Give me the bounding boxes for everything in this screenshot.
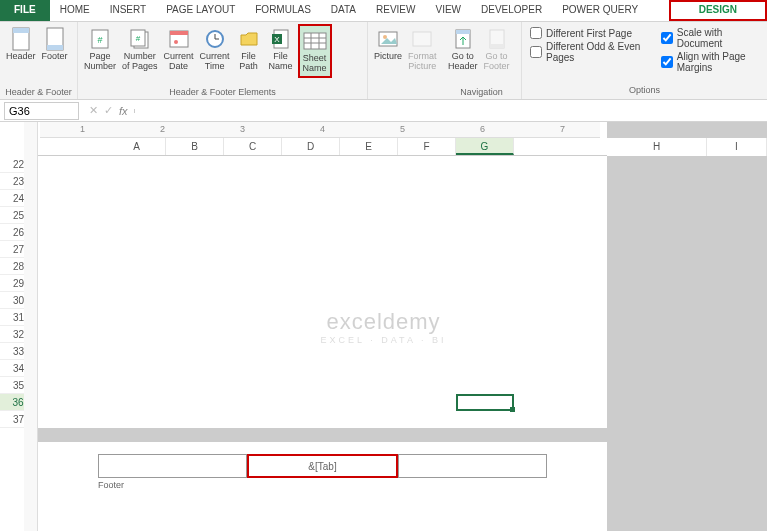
svg-rect-10 [170, 31, 188, 35]
footer-label: Footer [98, 480, 547, 490]
svg-rect-3 [47, 45, 63, 50]
formula-bar-row: ✕ ✓ fx [0, 100, 767, 122]
svg-rect-29 [490, 44, 504, 48]
vertical-ruler [24, 122, 38, 531]
goto-footer-icon [484, 26, 510, 52]
svg-rect-27 [456, 30, 470, 34]
cell-grid[interactable] [38, 156, 767, 428]
worksheet-area: 1 2 3 4 5 6 7 A B C D E F G H I 22 23 24… [0, 122, 767, 531]
col-a[interactable]: A [108, 138, 166, 155]
footer-right[interactable] [398, 454, 547, 478]
col-d[interactable]: D [282, 138, 340, 155]
folder-icon [236, 26, 262, 52]
col-b[interactable]: B [166, 138, 224, 155]
footer-left[interactable] [98, 454, 247, 478]
svg-point-11 [174, 40, 178, 44]
footer-section[interactable]: &[Tab] [98, 454, 547, 478]
tab-view[interactable]: VIEW [425, 0, 471, 21]
name-box[interactable] [4, 102, 79, 120]
scale-doc-checkbox[interactable]: Scale with Document [661, 26, 759, 50]
file-name-button[interactable]: XFile Name [266, 24, 296, 74]
picture-icon [375, 26, 401, 52]
group-header-footer: Header & Footer [4, 85, 73, 97]
diff-odd-even-checkbox[interactable]: Different Odd & Even Pages [530, 40, 643, 64]
ribbon-tabs: FILE HOME INSERT PAGE LAYOUT FORMULAS DA… [0, 0, 767, 22]
tab-power-query[interactable]: POWER QUERY [552, 0, 648, 21]
horizontal-ruler: 1 2 3 4 5 6 7 [40, 122, 600, 138]
footer-center[interactable]: &[Tab] [247, 454, 398, 478]
excel-file-icon: X [268, 26, 294, 52]
header-button[interactable]: Header [4, 24, 38, 64]
current-time-button[interactable]: Current Time [198, 24, 232, 74]
col-g[interactable]: G [456, 138, 514, 155]
align-margins-checkbox[interactable]: Align with Page Margins [661, 50, 759, 74]
tab-formulas[interactable]: FORMULAS [245, 0, 321, 21]
format-picture-button: Format Picture [406, 24, 439, 74]
tab-home[interactable]: HOME [50, 0, 100, 21]
tab-file[interactable]: FILE [0, 0, 50, 21]
calendar-icon [166, 26, 192, 52]
file-path-button[interactable]: File Path [234, 24, 264, 74]
fx-icon[interactable]: fx [119, 105, 128, 117]
goto-header-icon [450, 26, 476, 52]
pages-icon: # [127, 26, 153, 52]
col-f[interactable]: F [398, 138, 456, 155]
page-number-button[interactable]: #Page Number [82, 24, 118, 74]
col-h[interactable]: H [607, 138, 707, 156]
svg-text:#: # [136, 34, 141, 43]
sheet-grid-icon [302, 28, 328, 54]
tab-data[interactable]: DATA [321, 0, 366, 21]
current-date-button[interactable]: Current Date [162, 24, 196, 74]
footer-button[interactable]: Footer [40, 24, 70, 64]
goto-header-button[interactable]: Go to Header [446, 24, 480, 74]
svg-text:X: X [274, 35, 280, 44]
header-icon [8, 26, 34, 52]
enter-icon[interactable]: ✓ [104, 104, 113, 117]
group-navigation: Navigation [446, 85, 517, 97]
group-options: Options [530, 83, 759, 95]
diff-first-page-checkbox[interactable]: Different First Page [530, 26, 643, 40]
clock-icon [202, 26, 228, 52]
ribbon: Header Footer Header & Footer #Page Numb… [0, 22, 767, 100]
col-e[interactable]: E [340, 138, 398, 155]
tab-design[interactable]: DESIGN [669, 0, 767, 21]
svg-rect-25 [413, 32, 431, 46]
tab-review[interactable]: REVIEW [366, 0, 425, 21]
col-i[interactable]: I [707, 138, 767, 156]
format-picture-icon [409, 26, 435, 52]
svg-rect-18 [304, 33, 326, 49]
col-c[interactable]: C [224, 138, 282, 155]
svg-rect-1 [13, 28, 29, 33]
tab-insert[interactable]: INSERT [100, 0, 157, 21]
formula-bar[interactable] [134, 109, 767, 113]
number-of-pages-button[interactable]: #Number of Pages [120, 24, 160, 74]
page-number-icon: # [87, 26, 113, 52]
group-elements: Header & Footer Elements [82, 85, 363, 97]
selected-cell[interactable] [456, 394, 514, 411]
sheet-name-button[interactable]: Sheet Name [298, 24, 332, 78]
svg-point-24 [383, 35, 387, 39]
tab-developer[interactable]: DEVELOPER [471, 0, 552, 21]
svg-text:#: # [97, 35, 102, 45]
goto-footer-button: Go to Footer [482, 24, 512, 74]
tab-page-layout[interactable]: PAGE LAYOUT [156, 0, 245, 21]
picture-button[interactable]: Picture [372, 24, 404, 64]
cancel-icon[interactable]: ✕ [89, 104, 98, 117]
footer-icon [42, 26, 68, 52]
